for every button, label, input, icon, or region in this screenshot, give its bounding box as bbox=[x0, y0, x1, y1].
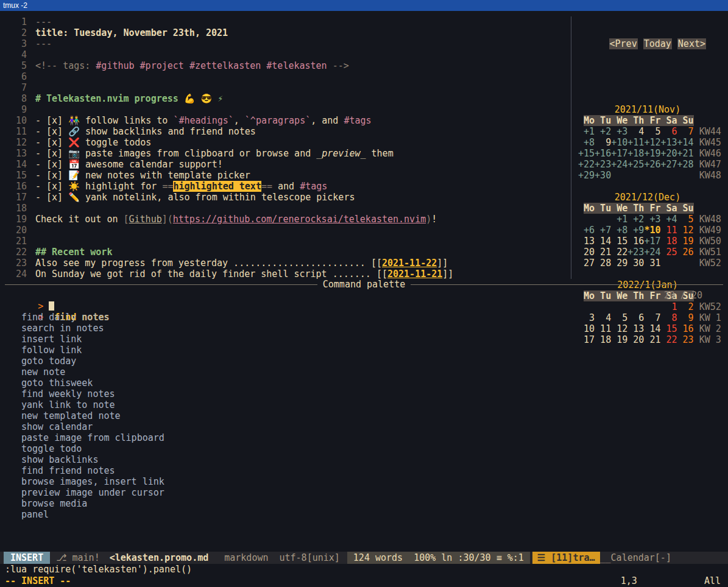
palette-item[interactable]: find weekly notes bbox=[5, 388, 723, 399]
calendar-day[interactable]: 25 bbox=[660, 247, 677, 258]
calendar-day[interactable]: 21 bbox=[595, 247, 611, 258]
editor-line[interactable]: 4 bbox=[5, 49, 571, 60]
palette-item[interactable]: insert link bbox=[5, 334, 723, 345]
palette-item[interactable]: browse images, insert link bbox=[5, 476, 723, 487]
palette-item[interactable]: follow link bbox=[5, 345, 723, 356]
calendar-day[interactable]: +3 bbox=[611, 126, 627, 137]
editor-line[interactable]: 1--- bbox=[5, 16, 571, 27]
calendar-day[interactable]: 20 bbox=[578, 247, 595, 258]
palette-item[interactable]: new templated note bbox=[5, 410, 723, 421]
palette-item[interactable]: preview image under cursor bbox=[5, 487, 723, 498]
calendar-day[interactable]: 16 bbox=[627, 236, 644, 247]
calendar-day[interactable]: +7 bbox=[595, 225, 611, 236]
calendar-day[interactable]: 31 bbox=[644, 258, 660, 269]
palette-item[interactable]: show calendar bbox=[5, 421, 723, 432]
palette-item[interactable]: goto thisweek bbox=[5, 378, 723, 388]
palette-item[interactable]: goto today bbox=[5, 356, 723, 367]
calendar-day[interactable]: +3 bbox=[644, 214, 660, 225]
palette-prompt[interactable]: > 20 / 20 bbox=[5, 290, 723, 301]
calendar-day[interactable]: +11 bbox=[627, 137, 644, 148]
calendar-day[interactable]: +30 bbox=[595, 170, 611, 181]
calendar-day[interactable]: 14 bbox=[595, 236, 611, 247]
palette-item[interactable]: paste image from clipboard bbox=[5, 432, 723, 443]
note-link[interactable]: 2021-11-21 bbox=[387, 269, 442, 279]
calendar-day[interactable]: +26 bbox=[644, 159, 660, 170]
calendar-day[interactable]: 26 bbox=[677, 247, 694, 258]
calendar-day[interactable]: +28 bbox=[677, 159, 694, 170]
calendar-day[interactable]: 4 bbox=[627, 126, 644, 137]
editor-line[interactable]: 11- [x] 🔗 show backlinks and friend note… bbox=[5, 126, 571, 137]
today-button[interactable]: Today bbox=[643, 38, 672, 49]
editor-line[interactable]: 10- [x] 👫 follow links to `#headings`, `… bbox=[5, 115, 571, 126]
editor-line[interactable]: 18 bbox=[5, 203, 571, 214]
calendar-day[interactable]: 15 bbox=[611, 236, 627, 247]
calendar-day[interactable]: +18 bbox=[627, 148, 644, 159]
editor-line[interactable]: 12- [x] ❌ toggle todos bbox=[5, 137, 571, 148]
calendar-day[interactable]: +27 bbox=[660, 159, 677, 170]
calendar-day[interactable]: 18 bbox=[660, 236, 677, 247]
calendar-day[interactable]: +23 bbox=[595, 159, 611, 170]
calendar-day[interactable]: *10 bbox=[644, 225, 660, 236]
palette-item[interactable]: find friend notes bbox=[5, 465, 723, 476]
editor-line[interactable]: 9 bbox=[5, 104, 571, 115]
link[interactable]: https://github.com/renerocksai/telekaste… bbox=[173, 214, 426, 225]
note-link[interactable]: 2021-11-22 bbox=[382, 258, 437, 269]
editor-line[interactable]: 23Also see my progress from yesterday ..… bbox=[5, 258, 571, 269]
calendar-day[interactable]: 27 bbox=[578, 258, 595, 269]
calendar-day[interactable]: +8 bbox=[578, 137, 595, 148]
link[interactable]: Github bbox=[129, 214, 162, 225]
palette-item[interactable]: new note bbox=[5, 367, 723, 378]
editor-line[interactable]: 21 bbox=[5, 236, 571, 247]
calendar-day[interactable]: 30 bbox=[627, 258, 644, 269]
editor-line[interactable]: 13- [x] 📷 paste images from clipboard or… bbox=[5, 148, 571, 159]
palette-item[interactable]: show backlinks bbox=[5, 454, 723, 465]
palette-item[interactable]: search in notes bbox=[5, 323, 723, 334]
calendar-day[interactable]: +24 bbox=[611, 159, 627, 170]
text-segment[interactable]: `#headings` bbox=[173, 115, 233, 126]
text-segment[interactable]: #tags bbox=[344, 115, 371, 126]
calendar-day[interactable]: +20 bbox=[660, 148, 677, 159]
calendar-day[interactable]: +17 bbox=[644, 236, 660, 247]
calendar-day[interactable]: +21 bbox=[677, 148, 694, 159]
editor-line[interactable]: 20 bbox=[5, 225, 571, 236]
editor-line[interactable]: 3--- bbox=[5, 38, 571, 49]
calendar-day[interactable]: +16 bbox=[595, 148, 611, 159]
calendar-day[interactable]: +12 bbox=[644, 137, 660, 148]
calendar-day[interactable]: +22 bbox=[578, 159, 595, 170]
calendar-day[interactable]: +1 bbox=[611, 214, 627, 225]
editor-line[interactable]: 8# Telekasten.nvim progress 💪 😎 ⚡ bbox=[5, 93, 571, 104]
calendar-day[interactable]: 9 bbox=[595, 137, 611, 148]
calendar-day[interactable]: 19 bbox=[677, 236, 694, 247]
editor-line[interactable]: 5<!-- tags: #github #project #zettelkast… bbox=[5, 60, 571, 71]
calendar-day[interactable]: +25 bbox=[627, 159, 644, 170]
text-segment[interactable]: #zettelkasten bbox=[189, 60, 261, 71]
calendar-day[interactable]: 22 bbox=[611, 247, 627, 258]
palette-item[interactable]: panel bbox=[5, 509, 723, 520]
next-button[interactable]: Next> bbox=[677, 38, 706, 49]
calendar-day[interactable]: 28 bbox=[595, 258, 611, 269]
calendar-day[interactable]: +15 bbox=[578, 148, 595, 159]
palette-item[interactable]: toggle todo bbox=[5, 443, 723, 454]
calendar-day[interactable]: 13 bbox=[578, 236, 595, 247]
text-segment[interactable]: `^paragraps` bbox=[245, 115, 311, 126]
calendar-day[interactable]: +10 bbox=[611, 137, 627, 148]
calendar-day[interactable]: 29 bbox=[611, 258, 627, 269]
calendar-day[interactable]: +14 bbox=[677, 137, 694, 148]
calendar-day[interactable]: +8 bbox=[611, 225, 627, 236]
editor-line[interactable]: 7 bbox=[5, 82, 571, 93]
calendar-day[interactable]: +4 bbox=[660, 214, 677, 225]
calendar-day[interactable]: +6 bbox=[578, 225, 595, 236]
text-segment[interactable]: #project bbox=[140, 60, 184, 71]
calendar-day[interactable]: 5 bbox=[644, 126, 660, 137]
command-line[interactable]: :lua require('telekasten').panel() bbox=[0, 564, 728, 575]
editor-line[interactable]: 16- [x] ☀️ highlight for ==highlighted t… bbox=[5, 181, 571, 192]
palette-item-selected[interactable]: >find notes bbox=[5, 301, 723, 312]
editor-line[interactable]: 15- [x] 📝 new notes with template picker bbox=[5, 170, 571, 181]
text-segment[interactable]: #tags bbox=[300, 181, 327, 192]
editor-line[interactable]: 6 bbox=[5, 71, 571, 82]
prev-button[interactable]: <Prev bbox=[609, 38, 638, 49]
palette-item[interactable]: find daily notes bbox=[5, 312, 723, 323]
editor-line[interactable]: 19Check it out on [Github](https://githu… bbox=[5, 214, 571, 225]
calendar-day[interactable]: +13 bbox=[660, 137, 677, 148]
calendar-day[interactable]: 6 bbox=[660, 126, 677, 137]
